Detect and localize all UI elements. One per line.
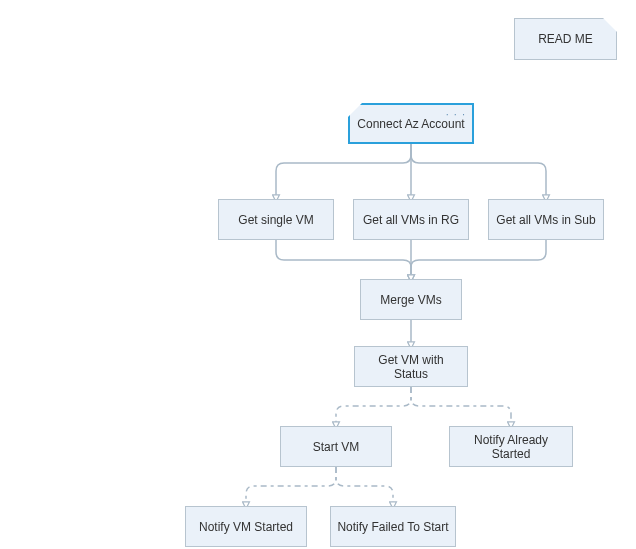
notify-failed-activity[interactable]: Notify Failed To Start	[330, 506, 456, 547]
notify-already-started-activity[interactable]: Notify Already Started	[449, 426, 573, 467]
ellipsis-icon: · · ·	[446, 108, 466, 120]
notify-failed-label: Notify Failed To Start	[337, 520, 448, 534]
get-vm-status-label: Get VM with Status	[361, 353, 461, 381]
get-all-vms-sub-activity[interactable]: Get all VMs in Sub	[488, 199, 604, 240]
readme-label: READ ME	[538, 32, 593, 46]
get-vm-status-activity[interactable]: Get VM with Status	[354, 346, 468, 387]
notify-already-started-label: Notify Already Started	[456, 433, 566, 461]
start-vm-activity[interactable]: Start VM	[280, 426, 392, 467]
readme-activity[interactable]: READ ME	[514, 18, 617, 60]
start-vm-label: Start VM	[313, 440, 360, 454]
connect-az-account-activity[interactable]: · · · Connect Az Account	[348, 103, 474, 144]
get-all-vms-rg-activity[interactable]: Get all VMs in RG	[353, 199, 469, 240]
get-all-vms-sub-label: Get all VMs in Sub	[496, 213, 595, 227]
get-single-vm-activity[interactable]: Get single VM	[218, 199, 334, 240]
notify-vm-started-label: Notify VM Started	[199, 520, 293, 534]
notify-vm-started-activity[interactable]: Notify VM Started	[185, 506, 307, 547]
merge-vms-label: Merge VMs	[380, 293, 441, 307]
get-single-vm-label: Get single VM	[238, 213, 313, 227]
merge-vms-activity[interactable]: Merge VMs	[360, 279, 462, 320]
get-all-vms-rg-label: Get all VMs in RG	[363, 213, 459, 227]
